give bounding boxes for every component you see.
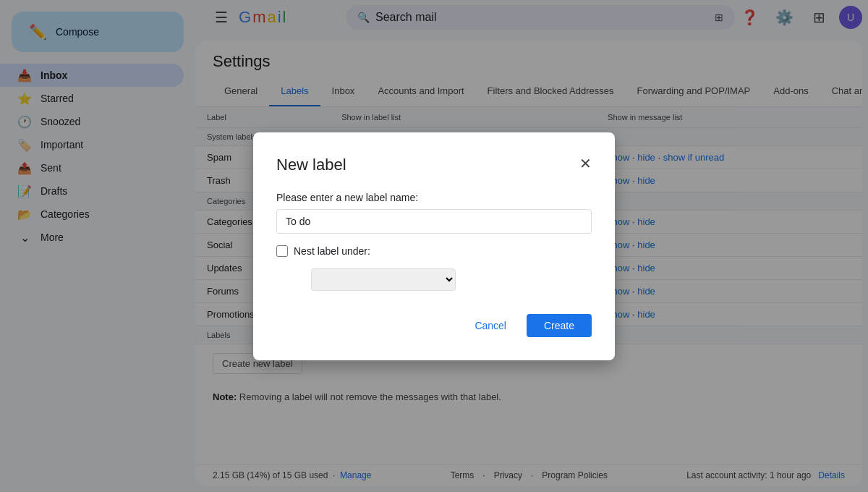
modal-input-label: Please enter a new label name: — [276, 192, 592, 203]
create-button[interactable]: Create — [527, 314, 592, 337]
cancel-button[interactable]: Cancel — [463, 314, 518, 337]
modal-label-input[interactable] — [276, 209, 592, 234]
nest-select-wrapper — [294, 263, 592, 291]
modal-overlay: New label ✕ Please enter a new label nam… — [0, 0, 868, 492]
modal-actions: Cancel Create — [276, 314, 592, 337]
modal-close-button[interactable]: ✕ — [579, 155, 592, 172]
nest-label-checkbox[interactable] — [276, 245, 288, 257]
new-label-modal: New label ✕ Please enter a new label nam… — [253, 132, 615, 360]
modal-checkbox-row: Nest label under: — [276, 245, 592, 257]
nest-label-checkbox-label: Nest label under: — [294, 245, 370, 257]
modal-title: New label — [276, 156, 346, 174]
nest-label-select[interactable] — [311, 268, 456, 291]
